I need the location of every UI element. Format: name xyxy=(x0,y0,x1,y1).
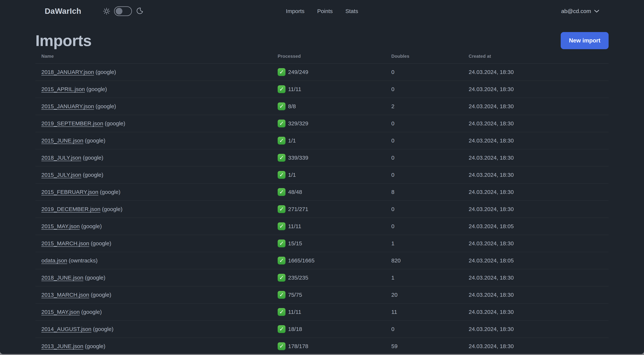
main-content: Imports New import Name Processed Double… xyxy=(0,32,644,354)
name-cell: 2019_DECEMBER.json (google) xyxy=(36,206,272,212)
check-icon: ✓ xyxy=(278,120,286,127)
table-row: 2018_JANUARY.json (google) ✓ 249/249 0 2… xyxy=(36,64,608,81)
processed-cell: ✓ 329/329 xyxy=(272,120,385,127)
check-icon: ✓ xyxy=(278,188,286,196)
doubles-cell: 0 xyxy=(385,223,463,230)
check-icon: ✓ xyxy=(278,102,286,110)
processed-count: 271/271 xyxy=(288,206,308,212)
processed-cell: ✓ 11/11 xyxy=(272,308,385,316)
table-row: 2014_AUGUST.json (google) ✓ 18/18 0 24.0… xyxy=(36,321,608,338)
theme-toggle[interactable] xyxy=(114,6,132,16)
check-icon: ✓ xyxy=(278,274,286,282)
doubles-cell: 0 xyxy=(385,86,463,92)
new-import-button[interactable]: New import xyxy=(561,32,608,49)
doubles-cell: 0 xyxy=(385,326,463,332)
user-email: ab@cd.com xyxy=(561,8,591,14)
doubles-cell: 11 xyxy=(385,309,463,315)
table-row: 2015_MAY.json (google) ✓ 11/11 0 24.03.2… xyxy=(36,218,608,235)
import-file-link[interactable]: 2018_JULY.json xyxy=(41,155,81,161)
import-file-link[interactable]: 2014_AUGUST.json xyxy=(41,326,91,332)
import-file-link[interactable]: 2015_MAY.json xyxy=(41,309,80,315)
nav-link-points[interactable]: Points xyxy=(317,8,332,14)
check-icon: ✓ xyxy=(278,68,286,76)
column-header-processed: Processed xyxy=(272,54,385,59)
import-source: (google) xyxy=(80,309,102,315)
import-file-link[interactable]: 2015_JANUARY.json xyxy=(41,103,94,109)
import-file-link[interactable]: 2015_APRIL.json xyxy=(41,86,85,92)
name-cell: 2015_APRIL.json (google) xyxy=(36,86,272,92)
check-icon: ✓ xyxy=(278,291,286,299)
doubles-cell: 0 xyxy=(385,69,463,75)
import-file-link[interactable]: 2013_JUNE.json xyxy=(41,343,83,349)
created-at-cell: 24.03.2024, 18:30 xyxy=(463,172,608,178)
name-cell: 2013_MARCH.json (google) xyxy=(36,292,272,298)
created-at-cell: 24.03.2024, 18:30 xyxy=(463,309,608,315)
import-file-link[interactable]: 2013_MARCH.json xyxy=(41,292,89,298)
processed-count: 178/178 xyxy=(288,343,308,350)
name-cell: 2013_JUNE.json (google) xyxy=(36,343,272,350)
nav-link-stats[interactable]: Stats xyxy=(346,8,358,14)
column-header-created-at: Created at xyxy=(463,54,608,59)
processed-count: 48/48 xyxy=(288,189,302,195)
column-header-doubles: Doubles xyxy=(385,54,463,59)
name-cell: 2015_FEBRUARY.json (google) xyxy=(36,189,272,195)
table-row: 2013_MARCH.json (google) ✓ 75/75 20 24.0… xyxy=(36,287,608,304)
doubles-cell: 1 xyxy=(385,275,463,281)
import-source: (google) xyxy=(89,292,111,298)
app-logo[interactable]: DaWarIch xyxy=(45,7,81,16)
import-file-link[interactable]: 2015_MARCH.json xyxy=(41,240,89,246)
created-at-cell: 24.03.2024, 18:30 xyxy=(463,69,608,75)
created-at-cell: 24.03.2024, 18:30 xyxy=(463,137,608,144)
created-at-cell: 24.03.2024, 18:05 xyxy=(463,257,608,264)
doubles-cell: 0 xyxy=(385,155,463,161)
check-icon: ✓ xyxy=(278,205,286,213)
import-file-link[interactable]: 2019_DECEMBER.json xyxy=(41,206,100,212)
processed-count: 11/11 xyxy=(288,86,301,92)
import-file-link[interactable]: 2015_FEBRUARY.json xyxy=(41,189,98,195)
import-source: (google) xyxy=(98,189,120,195)
import-file-link[interactable]: 2015_JULY.json xyxy=(41,172,81,178)
theme-toggle-group xyxy=(103,6,143,16)
import-source: (google) xyxy=(89,240,111,246)
table-row: 2015_JUNE.json (google) ✓ 1/1 0 24.03.20… xyxy=(36,132,608,149)
user-menu[interactable]: ab@cd.com xyxy=(561,8,599,14)
import-file-link[interactable]: 2018_JUNE.json xyxy=(41,275,83,281)
processed-cell: ✓ 178/178 xyxy=(272,342,385,350)
doubles-cell: 59 xyxy=(385,343,463,350)
import-source: (google) xyxy=(83,275,105,281)
created-at-cell: 24.03.2024, 18:30 xyxy=(463,240,608,247)
import-file-link[interactable]: 2015_MAY.json xyxy=(41,223,80,229)
doubles-cell: 0 xyxy=(385,206,463,212)
table-row: 2015_JANUARY.json (google) ✓ 8/8 2 24.03… xyxy=(36,98,608,115)
import-file-link[interactable]: 2015_JUNE.json xyxy=(41,137,83,144)
name-cell: 2018_JANUARY.json (google) xyxy=(36,69,272,75)
toggle-knob xyxy=(116,8,122,14)
import-file-link[interactable]: 2019_SEPTEMBER.json xyxy=(41,120,103,126)
nav-link-imports[interactable]: Imports xyxy=(286,8,304,14)
created-at-cell: 24.03.2024, 18:30 xyxy=(463,86,608,92)
table-body: 2018_JANUARY.json (google) ✓ 249/249 0 2… xyxy=(36,64,608,354)
import-file-link[interactable]: odata.json xyxy=(41,257,67,264)
sun-icon xyxy=(103,7,110,15)
table-header-row: Name Processed Doubles Created at xyxy=(36,49,608,64)
doubles-cell: 820 xyxy=(385,257,463,264)
processed-cell: ✓ 271/271 xyxy=(272,205,385,213)
check-icon: ✓ xyxy=(278,222,286,230)
check-icon: ✓ xyxy=(278,137,286,145)
navbar: DaWarIch xyxy=(0,0,644,22)
import-file-link[interactable]: 2018_JANUARY.json xyxy=(41,69,94,75)
import-source: (google) xyxy=(81,155,103,161)
processed-cell: ✓ 8/8 xyxy=(272,102,385,110)
name-cell: 2015_JUNE.json (google) xyxy=(36,137,272,144)
table-row: 2018_JULY.json (google) ✓ 339/339 0 24.0… xyxy=(36,149,608,167)
table-row: 2019_SEPTEMBER.json (google) ✓ 329/329 0… xyxy=(36,115,608,132)
created-at-cell: 24.03.2024, 18:30 xyxy=(463,326,608,332)
processed-count: 15/15 xyxy=(288,240,302,247)
doubles-cell: 0 xyxy=(385,120,463,127)
name-cell: odata.json (owntracks) xyxy=(36,257,272,264)
doubles-cell: 8 xyxy=(385,189,463,195)
import-source: (google) xyxy=(94,103,116,109)
check-icon: ✓ xyxy=(278,85,286,93)
name-cell: 2018_JUNE.json (google) xyxy=(36,275,272,281)
processed-cell: ✓ 11/11 xyxy=(272,85,385,93)
